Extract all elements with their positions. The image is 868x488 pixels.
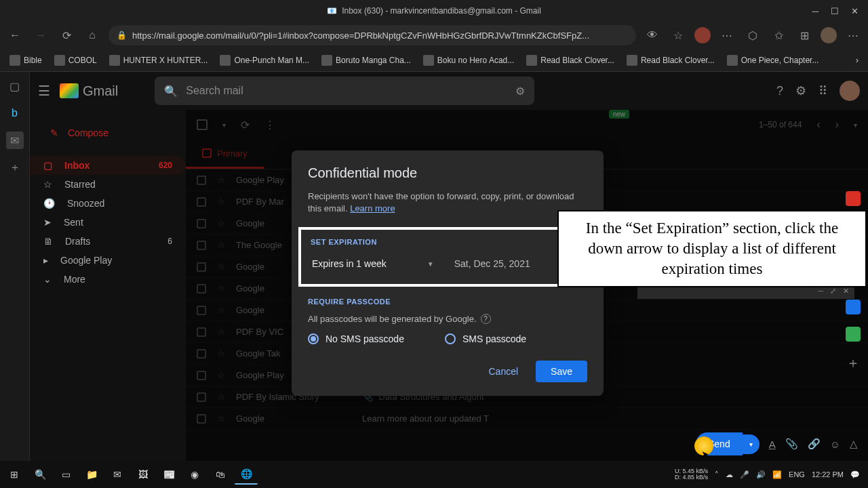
collections-icon[interactable]: ⊞ — [795, 26, 814, 45]
store-icon[interactable]: 🛍 — [209, 464, 232, 485]
nav-inbox[interactable]: ▢Inbox620 — [30, 156, 186, 175]
label-icon: ▸ — [43, 255, 48, 266]
search-options-icon[interactable]: ⚙ — [515, 85, 525, 98]
expiration-date: Sat, Dec 25, 2021 — [454, 258, 530, 269]
expiration-dropdown[interactable]: Expires in 1 week ▼ — [311, 254, 435, 273]
edge-icon[interactable]: 🌐 — [235, 464, 258, 485]
sms-radio[interactable]: SMS passcode — [445, 333, 526, 344]
close-button[interactable]: ✕ — [851, 6, 859, 16]
attach-icon[interactable]: 📎 — [785, 438, 798, 450]
photos-icon[interactable]: 🖼 — [132, 464, 155, 485]
bookmark-opm[interactable]: One-Punch Man M... — [216, 53, 313, 68]
popout-compose-icon[interactable]: ⤢ — [830, 287, 836, 296]
menu-dots-icon[interactable]: ⋯ — [717, 26, 736, 45]
profile-badge[interactable] — [694, 27, 711, 43]
notifications-icon[interactable]: 💬 — [850, 470, 860, 479]
minimize-button[interactable]: ─ — [812, 6, 818, 16]
support-icon[interactable]: ? — [776, 84, 783, 98]
tab-action-icon[interactable]: ▢ — [6, 77, 24, 95]
gmail-logo-text: Gmail — [83, 83, 118, 99]
favorite-icon[interactable]: ☆ — [669, 26, 688, 45]
gmail-tab-icon[interactable]: ✉ — [6, 131, 24, 149]
bookmark-boku[interactable]: Boku no Hero Acad... — [419, 53, 518, 68]
settings-dots-icon[interactable]: ⋯ — [844, 26, 863, 45]
extensions-icon[interactable]: ⬡ — [743, 26, 762, 45]
set-expiration-label: SET EXPIRATION — [311, 238, 585, 246]
search-input[interactable]: 🔍 Search mail ⚙ — [155, 77, 534, 105]
favorites-icon[interactable]: ✩ — [769, 26, 788, 45]
dialog-description: Recipients won't have the option to forw… — [308, 190, 587, 215]
calendar-icon[interactable] — [846, 191, 861, 206]
maximize-button[interactable]: ☐ — [831, 6, 839, 16]
bookmark-onepiece[interactable]: One Piece, Chapter... — [723, 53, 823, 68]
bing-icon[interactable]: b — [6, 104, 24, 122]
nav-snoozed[interactable]: 🕐Snoozed — [30, 194, 186, 213]
send-options-button[interactable]: ▾ — [743, 434, 760, 454]
gmail-logo[interactable]: Gmail — [60, 83, 118, 99]
link-icon[interactable]: 🔗 — [808, 438, 821, 450]
chrome-icon[interactable]: ◉ — [183, 464, 206, 485]
language-indicator[interactable]: ENG — [789, 470, 805, 479]
wifi-icon[interactable]: 📶 — [772, 470, 782, 479]
dialog-title: Confidential mode — [308, 165, 587, 181]
nav-more[interactable]: ⌄More — [30, 270, 186, 289]
browser-navbar: ← → ⟳ ⌂ 🔒 https://mail.google.com/mail/u… — [0, 22, 868, 49]
main-menu-icon[interactable]: ☰ — [38, 83, 50, 99]
gmail-logo-icon — [60, 83, 79, 98]
bookmark-bc2[interactable]: Read Black Clover... — [623, 53, 719, 68]
no-sms-radio[interactable]: No SMS passcode — [308, 333, 404, 344]
star-icon: ☆ — [43, 179, 52, 190]
search-placeholder: Search mail — [186, 85, 243, 97]
news-icon[interactable]: 📰 — [157, 464, 180, 485]
apps-icon[interactable]: ⠿ — [818, 83, 827, 98]
cancel-button[interactable]: Cancel — [477, 361, 529, 382]
chevron-down-icon: ▼ — [427, 260, 434, 268]
format-icon[interactable]: A — [769, 439, 776, 450]
reader-icon[interactable]: 👁 — [643, 26, 662, 45]
home-button[interactable]: ⌂ — [83, 26, 102, 45]
back-button[interactable]: ← — [5, 26, 24, 45]
bookmark-cobol[interactable]: COBOL — [50, 53, 101, 68]
settings-icon[interactable]: ⚙ — [795, 83, 806, 98]
tray-expand-icon[interactable]: ˄ — [715, 470, 719, 479]
nav-googleplay[interactable]: ▸Google Play — [30, 251, 186, 270]
clock[interactable]: 12:22 PM — [812, 470, 844, 479]
search-button[interactable]: 🔍 — [28, 464, 52, 485]
bookmark-bc1[interactable]: Read Black Clover... — [522, 53, 618, 68]
mic-icon[interactable]: 🎤 — [740, 470, 749, 479]
bookmark-boruto[interactable]: Boruto Manga Cha... — [317, 53, 415, 68]
addon2-icon[interactable] — [846, 327, 861, 342]
minimize-compose-icon[interactable]: ─ — [818, 287, 823, 295]
nav-starred[interactable]: ☆Starred — [30, 175, 186, 194]
save-button[interactable]: Save — [536, 361, 587, 382]
bookmarks-more[interactable]: › — [852, 54, 863, 67]
explorer-icon[interactable]: 📁 — [80, 464, 103, 485]
bookmark-hunter[interactable]: HUNTER X HUNTER... — [105, 53, 212, 68]
taskview-button[interactable]: ▭ — [54, 464, 77, 485]
radio-icon — [308, 333, 319, 344]
add-tab-icon[interactable]: ＋ — [6, 159, 24, 176]
drive-icon[interactable]: △ — [850, 438, 858, 450]
help-icon[interactable]: ? — [481, 314, 491, 324]
account-avatar[interactable] — [840, 81, 860, 101]
refresh-button[interactable]: ⟳ — [57, 26, 76, 45]
bookmark-bible[interactable]: Bible — [5, 53, 46, 68]
mail-icon[interactable]: ✉ — [106, 464, 129, 485]
nav-sent[interactable]: ➤Sent — [30, 213, 186, 232]
nav-panel: ✎ Compose ▢Inbox620 ☆Starred 🕐Snoozed ➤S… — [30, 110, 186, 461]
nav-drafts[interactable]: 🗎Drafts6 — [30, 232, 186, 251]
forward-button[interactable]: → — [31, 26, 50, 45]
compose-button[interactable]: ✎ Compose — [38, 119, 178, 146]
profile-icon[interactable] — [821, 27, 837, 43]
addon1-icon[interactable] — [846, 300, 861, 314]
onedrive-icon[interactable]: ☁ — [726, 470, 733, 479]
learn-more-link[interactable]: Learn more — [350, 203, 395, 214]
get-addons-icon[interactable]: ＋ — [846, 354, 860, 372]
require-passcode-label: REQUIRE PASSCODE — [308, 298, 587, 306]
address-bar[interactable]: 🔒 https://mail.google.com/mail/u/0/?pli=… — [108, 25, 636, 45]
start-button[interactable]: ⊞ — [3, 464, 26, 485]
chevron-down-icon: ⌄ — [43, 274, 52, 285]
gmail-favicon: 📧 — [327, 6, 336, 16]
volume-icon[interactable]: 🔊 — [756, 470, 766, 479]
emoji-icon[interactable]: ☺ — [830, 439, 840, 450]
